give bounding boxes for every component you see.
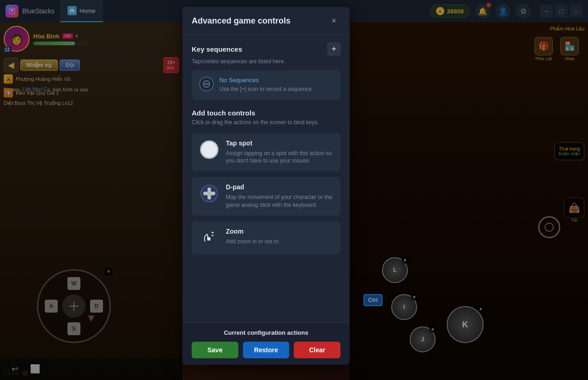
touch-controls-subtitle: Click or drag the actions on the screen … — [192, 119, 340, 127]
zoom-info: Zoom Add zoom in or out to — [226, 228, 333, 246]
tap-spot-circle — [200, 140, 218, 159]
zoom-symbol-icon — [200, 229, 218, 247]
tap-spot-info: Tap spot Assign tapping on a spot with t… — [226, 139, 333, 165]
dpad-symbol-icon — [200, 184, 218, 203]
no-sequences-card: No Sequences Use the [+] icon to record … — [192, 70, 340, 100]
dpad-card[interactable]: D-pad Map the movement of your character… — [192, 177, 340, 216]
tap-spot-icon — [199, 139, 219, 160]
tap-spot-name: Tap spot — [226, 139, 333, 147]
dpad-info: D-pad Map the movement of your character… — [226, 183, 333, 209]
svg-point-11 — [207, 192, 211, 196]
add-sequence-button[interactable]: + — [327, 42, 340, 55]
modal-title: Advanced game controls — [192, 16, 327, 26]
advanced-controls-modal: Advanced game controls × Key sequences +… — [182, 7, 350, 365]
svg-point-5 — [205, 83, 208, 85]
dpad-name: D-pad — [226, 183, 333, 191]
key-sequences-title: Key sequences — [192, 45, 327, 53]
footer-title: Current configuration actions — [192, 329, 340, 336]
tap-spot-desc: Assign tapping on a spot with this actio… — [226, 150, 333, 165]
zoom-name: Zoom — [226, 228, 333, 235]
zoom-desc: Add zoom in or out to — [226, 238, 333, 246]
no-sequences-desc: Use the [+] icon to record a sequence — [219, 85, 333, 93]
no-sequences-title: No Sequences — [219, 77, 333, 84]
zoom-card[interactable]: Zoom Add zoom in or out to — [192, 221, 340, 254]
modal-close-button[interactable]: × — [327, 14, 340, 27]
footer-buttons: Save Restore Clear — [192, 342, 340, 358]
modal-footer: Current configuration actions Save Resto… — [182, 322, 350, 365]
key-sequences-header: Key sequences + — [192, 42, 340, 55]
tap-spot-card[interactable]: Tap spot Assign tapping on a spot with t… — [192, 133, 340, 172]
restore-button[interactable]: Restore — [243, 342, 290, 358]
modal-header: Advanced game controls × — [182, 7, 350, 35]
modal-body[interactable]: Key sequences + Tap/combo sequences are … — [182, 35, 350, 322]
touch-controls-title: Add touch controls — [192, 109, 340, 117]
save-button[interactable]: Save — [192, 342, 238, 358]
sequence-indicator-icon — [202, 80, 211, 88]
key-sequences-subtitle: Tap/combo sequences are listed here. — [192, 58, 340, 65]
sequence-content: No Sequences Use the [+] icon to record … — [219, 77, 333, 93]
dpad-desc: Map the movement of your character or th… — [226, 193, 333, 209]
zoom-card-icon — [199, 228, 219, 248]
sequence-icon — [199, 77, 214, 91]
dpad-card-icon — [199, 183, 219, 204]
clear-button[interactable]: Clear — [294, 342, 340, 358]
